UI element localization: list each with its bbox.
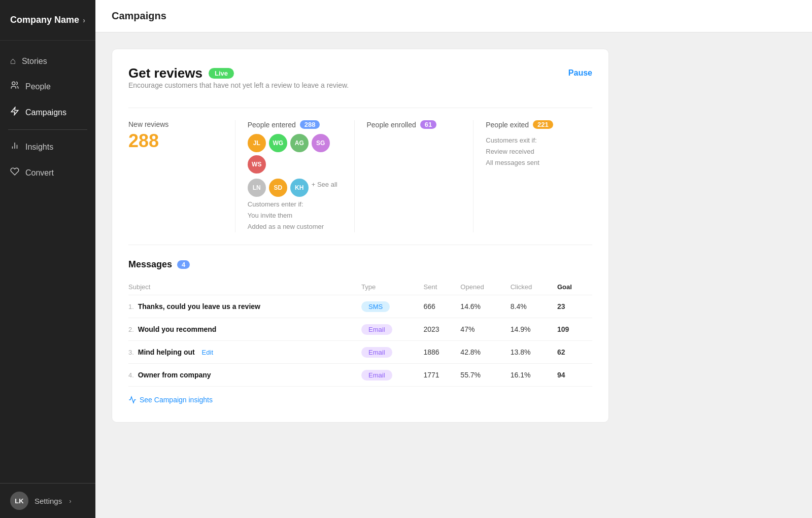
status-badge: Live <box>209 68 234 79</box>
table-row: 2. Would you recommend Email 2023 47% 14… <box>128 318 592 341</box>
svg-point-0 <box>12 82 15 85</box>
campaign-subtitle: Encourage customers that have not yet le… <box>128 81 349 89</box>
messages-header: Messages 4 <box>128 259 592 270</box>
row-goal-cell: 62 <box>557 341 592 364</box>
avatar-sg: SG <box>312 134 330 152</box>
row-num: 3. <box>128 349 134 356</box>
convert-icon <box>10 167 19 179</box>
home-icon: ⌂ <box>10 56 16 66</box>
sidebar-item-label: Campaigns <box>25 108 66 117</box>
row-subject: Thanks, could you leave us a review <box>138 302 260 310</box>
sidebar-item-label: Insights <box>25 143 53 152</box>
campaigns-icon <box>10 107 19 118</box>
sidebar: Company Name › ⌂ Stories People Campaign… <box>0 0 95 518</box>
row-clicked-cell: 16.1% <box>511 364 557 387</box>
row-type-cell: Email <box>361 364 423 387</box>
table-row: 3. Mind helping out Edit Email 1886 42.8… <box>128 341 592 364</box>
type-badge: SMS <box>361 301 390 312</box>
row-num: 1. <box>128 303 134 310</box>
avatar-jl: JL <box>248 134 266 152</box>
sidebar-item-insights[interactable]: Insights <box>0 134 95 160</box>
sidebar-divider <box>8 129 87 130</box>
sidebar-item-label: Stories <box>22 57 47 66</box>
svg-marker-1 <box>11 108 18 115</box>
row-num: 2. <box>128 326 134 333</box>
stat-people-entered: People entered 288 JL WG AG SG WS LN SD … <box>235 120 354 232</box>
campaign-header: Get reviews Live Encourage customers tha… <box>128 65 592 103</box>
type-badge: Email <box>361 324 392 335</box>
row-subject-cell: 3. Mind helping out Edit <box>128 341 361 364</box>
row-sent-cell: 1771 <box>424 364 461 387</box>
people-icon <box>10 81 19 92</box>
avatar-wg: WG <box>269 134 287 152</box>
row-type-cell: Email <box>361 318 423 341</box>
sidebar-logo[interactable]: Company Name › <box>0 0 95 41</box>
row-type-cell: Email <box>361 341 423 364</box>
table-row: 4. Owner from company Email 1771 55.7% 1… <box>128 364 592 387</box>
stat-label-enrolled: People enrolled 61 <box>367 120 461 129</box>
sidebar-item-label: People <box>25 82 51 91</box>
stat-new-reviews: New reviews 288 <box>128 120 235 232</box>
row-subject-cell: 4. Owner from company <box>128 364 361 387</box>
messages-count-badge: 4 <box>177 260 190 269</box>
messages-title: Messages <box>128 259 172 270</box>
campaign-card: Get reviews Live Encourage customers tha… <box>112 49 609 423</box>
stat-people-enrolled: People enrolled 61 <box>354 120 473 232</box>
avatars-row-2: LN SD KH + See all <box>248 179 342 197</box>
settings-footer[interactable]: LK Settings › <box>0 483 95 518</box>
messages-table: Subject Type Sent Opened Clicked Goal 1.… <box>128 279 592 387</box>
sidebar-item-label: Convert <box>25 168 54 178</box>
see-campaign-insights-link[interactable]: See Campaign insights <box>128 396 213 404</box>
pause-button[interactable]: Pause <box>568 65 592 81</box>
sidebar-nav: ⌂ Stories People Campaigns Insights <box>0 41 95 483</box>
enrolled-badge: 61 <box>420 120 436 129</box>
sidebar-item-convert[interactable]: Convert <box>0 160 95 186</box>
sidebar-item-campaigns[interactable]: Campaigns <box>0 99 95 125</box>
avatar-kh: KH <box>290 179 309 197</box>
row-subject: Owner from company <box>138 371 211 379</box>
col-subject: Subject <box>128 279 361 295</box>
sidebar-item-people[interactable]: People <box>0 74 95 99</box>
stat-people-exited: People exited 221 Customers exit if:Revi… <box>473 120 592 232</box>
type-badge: Email <box>361 347 392 358</box>
row-clicked-cell: 13.8% <box>511 341 557 364</box>
main-content: Campaigns Get reviews Live Encourage cus… <box>95 0 812 518</box>
campaign-title: Get reviews <box>128 65 202 81</box>
sidebar-item-stories[interactable]: ⌂ Stories <box>0 49 95 74</box>
stat-desc-entered: Customers enter if:You invite themAdded … <box>248 199 342 232</box>
type-badge: Email <box>361 370 392 381</box>
see-all-link[interactable]: + See all <box>312 181 337 197</box>
insights-icon <box>10 141 19 153</box>
col-type: Type <box>361 279 423 295</box>
edit-link[interactable]: Edit <box>202 349 213 356</box>
avatar-ln: LN <box>248 179 266 197</box>
col-sent: Sent <box>424 279 461 295</box>
row-sent-cell: 2023 <box>424 318 461 341</box>
row-subject-cell: 2. Would you recommend <box>128 318 361 341</box>
row-clicked-cell: 8.4% <box>511 295 557 318</box>
avatar-ag: AG <box>290 134 309 152</box>
settings-chevron: › <box>69 497 71 505</box>
row-clicked-cell: 14.9% <box>511 318 557 341</box>
row-subject: Mind helping out <box>138 348 195 356</box>
row-goal-cell: 23 <box>557 295 592 318</box>
avatars-row: JL WG AG SG WS <box>248 134 342 174</box>
exited-badge: 221 <box>533 120 553 129</box>
sidebar-logo-chevron: › <box>83 16 85 24</box>
row-type-cell: SMS <box>361 295 423 318</box>
col-opened: Opened <box>460 279 510 295</box>
col-goal: Goal <box>557 279 592 295</box>
avatar-ws: WS <box>248 155 266 174</box>
user-avatar: LK <box>10 492 28 510</box>
stats-row: New reviews 288 People entered 288 JL WG… <box>128 108 592 245</box>
stat-value-new-reviews: 288 <box>128 130 223 152</box>
campaign-title-row: Get reviews Live <box>128 65 349 81</box>
row-sent-cell: 1886 <box>424 341 461 364</box>
page-title: Campaigns <box>112 10 166 22</box>
stat-label-exited: People exited 221 <box>486 120 580 129</box>
row-subject-cell: 1. Thanks, could you leave us a review <box>128 295 361 318</box>
row-opened-cell: 47% <box>460 318 510 341</box>
avatar-sd: SD <box>269 179 287 197</box>
entered-badge: 288 <box>300 120 320 129</box>
table-row: 1. Thanks, could you leave us a review S… <box>128 295 592 318</box>
